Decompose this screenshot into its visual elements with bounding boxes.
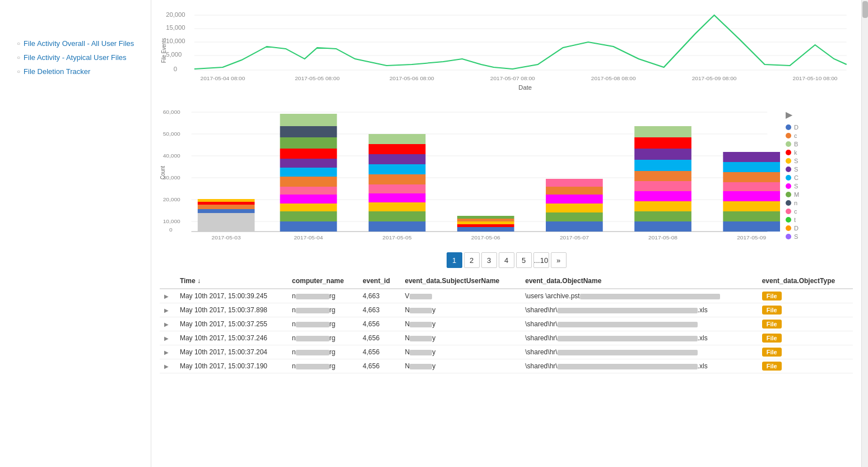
- legend-item: S: [786, 158, 853, 164]
- svg-text:20,000: 20,000: [166, 12, 185, 18]
- cell-time: May 10th 2017, 15:00:37.190: [175, 359, 287, 373]
- svg-rect-50: [280, 114, 337, 126]
- cell-object-type: File: [758, 317, 853, 331]
- cell-time: May 10th 2017, 15:00:37.204: [175, 345, 287, 359]
- cell-computer: nrg: [287, 345, 358, 359]
- svg-text:2017-05-03: 2017-05-03: [212, 235, 241, 241]
- legend-label: M: [794, 191, 799, 198]
- cell-time: May 10th 2017, 15:00:37.898: [175, 303, 287, 317]
- menu-title: [0, 25, 151, 36]
- legend-label: D: [794, 225, 799, 232]
- cell-subject-user: Ny: [401, 359, 521, 373]
- svg-text:15,000: 15,000: [166, 25, 185, 31]
- expand-arrow[interactable]: ▶: [164, 307, 169, 313]
- table-row: ▶May 10th 2017, 15:00:39.245nrg4,663V\us…: [160, 289, 853, 303]
- svg-rect-38: [198, 199, 255, 202]
- svg-rect-79: [634, 149, 691, 160]
- col-time[interactable]: Time ↓: [175, 274, 287, 289]
- svg-rect-64: [457, 219, 514, 221]
- svg-rect-78: [634, 160, 691, 171]
- svg-rect-66: [546, 221, 603, 232]
- page-btn-2[interactable]: 2: [464, 252, 480, 268]
- page-btn-5[interactable]: 5: [516, 252, 532, 268]
- legend-item: c: [786, 208, 853, 215]
- svg-rect-53: [369, 202, 426, 211]
- table-row: ▶May 10th 2017, 15:00:37.190nrg4,656Ny\s…: [160, 359, 853, 373]
- svg-text:60,000: 60,000: [163, 109, 180, 115]
- svg-rect-74: [634, 201, 691, 211]
- svg-text:0: 0: [169, 227, 173, 233]
- svg-text:10,000: 10,000: [163, 219, 180, 224]
- svg-text:5,000: 5,000: [166, 52, 182, 58]
- legend-arrow[interactable]: ▶: [786, 109, 853, 120]
- col-object-type: event_data.ObjectType: [758, 274, 853, 289]
- svg-text:2017-05-10 08:00: 2017-05-10 08:00: [793, 76, 838, 81]
- svg-rect-71: [546, 179, 603, 187]
- cell-object-name: \shared\hr\.xls: [521, 359, 757, 373]
- search-title: [0, 78, 151, 95]
- col-expand: [160, 274, 175, 289]
- sidebar-menu-item-deletion[interactable]: File Deletion Tracker: [0, 64, 151, 78]
- svg-rect-70: [546, 187, 603, 195]
- legend-item: S: [786, 233, 853, 240]
- file-badge: File: [762, 362, 782, 371]
- legend-label: c: [794, 132, 797, 139]
- legend-label: k: [794, 149, 797, 156]
- cell-event-id: 4,656: [358, 331, 400, 345]
- legend-label: C: [794, 174, 799, 181]
- expand-arrow[interactable]: ▶: [164, 363, 169, 369]
- cell-computer: nrg: [287, 359, 358, 373]
- legend-item: c: [786, 132, 853, 139]
- svg-rect-61: [457, 227, 514, 232]
- svg-rect-87: [723, 172, 780, 182]
- svg-rect-60: [369, 134, 426, 144]
- svg-rect-89: [723, 152, 780, 162]
- page-btn-4[interactable]: 4: [499, 252, 514, 268]
- legend-item: S: [786, 166, 853, 173]
- cell-computer: nrg: [287, 331, 358, 345]
- svg-rect-39: [280, 221, 337, 232]
- svg-rect-47: [280, 149, 337, 159]
- svg-rect-57: [369, 164, 426, 174]
- svg-rect-48: [280, 137, 337, 149]
- svg-text:2017-05-07 08:00: 2017-05-07 08:00: [490, 76, 535, 81]
- cell-subject-user: Ny: [401, 345, 521, 359]
- cell-object-type: File: [758, 303, 853, 317]
- cell-object-name: \shared\hr\: [521, 345, 757, 359]
- svg-rect-86: [723, 182, 780, 191]
- svg-rect-63: [457, 221, 514, 224]
- cell-time: May 10th 2017, 15:00:37.246: [175, 331, 287, 345]
- svg-text:@timestamp per day: @timestamp per day: [447, 243, 506, 244]
- svg-text:20,000: 20,000: [163, 197, 180, 202]
- legend-item: n: [786, 200, 853, 206]
- legend-label: D: [794, 124, 799, 131]
- svg-text:2017-05-06: 2017-05-06: [471, 235, 500, 241]
- dashboards-label: [0, 6, 151, 17]
- page-btn-»[interactable]: »: [551, 252, 567, 268]
- svg-rect-43: [280, 187, 337, 195]
- sidebar-menu-item-overall[interactable]: File Activity Overall - All User Files: [0, 36, 151, 50]
- sidebar-menu-item-atypical[interactable]: File Activity - Atypical User Files: [0, 50, 151, 64]
- table-row: ▶May 10th 2017, 15:00:37.898nrg4,663Ny\s…: [160, 303, 853, 317]
- cell-event-id: 4,663: [358, 289, 400, 303]
- svg-text:10,000: 10,000: [166, 38, 185, 44]
- legend-label: c: [794, 208, 797, 215]
- col-computer: computer_name: [287, 274, 358, 289]
- page-btn-...10[interactable]: ...10: [533, 252, 549, 268]
- cell-object-type: File: [758, 331, 853, 345]
- page-btn-3[interactable]: 3: [481, 252, 497, 268]
- cell-object-name: \shared\hr\: [521, 317, 757, 331]
- svg-rect-49: [280, 126, 337, 137]
- svg-rect-76: [634, 181, 691, 191]
- col-event-id: event_id: [358, 274, 400, 289]
- expand-arrow[interactable]: ▶: [164, 293, 169, 299]
- svg-rect-67: [546, 212, 603, 221]
- svg-rect-44: [280, 177, 337, 187]
- expand-arrow[interactable]: ▶: [164, 321, 169, 327]
- expand-arrow[interactable]: ▶: [164, 349, 169, 355]
- svg-rect-75: [634, 191, 691, 201]
- expand-arrow[interactable]: ▶: [164, 335, 169, 341]
- page-btn-1[interactable]: 1: [447, 252, 462, 268]
- svg-rect-40: [280, 211, 337, 221]
- svg-rect-45: [280, 168, 337, 177]
